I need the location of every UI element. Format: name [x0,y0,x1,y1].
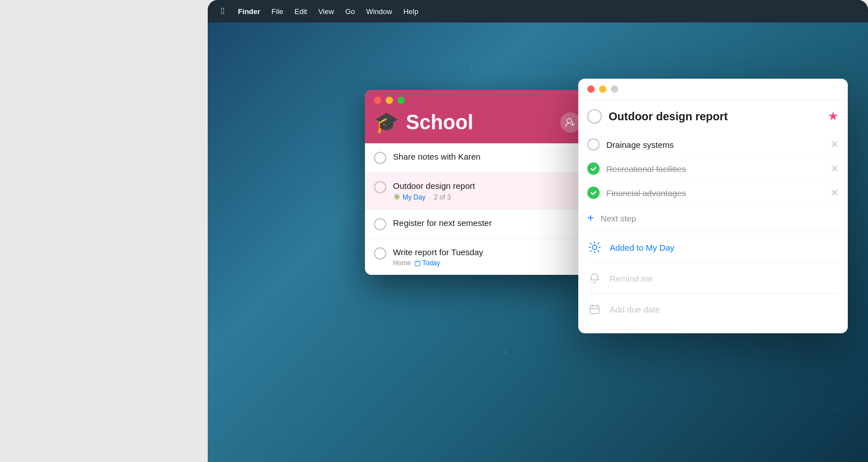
school-close-btn[interactable] [374,97,381,104]
task-content: Register for next semester [393,218,581,229]
school-maximize-btn[interactable] [398,97,405,104]
menu-edit[interactable]: Edit [290,5,312,18]
remind-action-label: Remind me [610,274,653,283]
task-item[interactable]: Register for next semester [365,210,590,239]
subtask-row[interactable]: Recreational facilities ✕ [587,157,839,181]
mac-frame:  Finder File Edit View Go Window Help 🎓 [208,0,868,462]
due-date-action-row[interactable]: Add due date [587,294,839,324]
detail-task-checkbox[interactable] [587,109,602,124]
school-emoji: 🎓 [374,111,399,134]
menu-finder[interactable]: Finder [234,5,265,18]
subtask-delete-button[interactable]: ✕ [830,138,839,151]
bell-icon [587,271,602,286]
remind-action-row[interactable]: Remind me [587,263,839,294]
task-meta: ✳️ My Day · 2 of 3 [393,193,581,201]
svg-line-13 [598,243,599,244]
task-myday-tag: ✳️ My Day [393,193,426,201]
task-name: Write report for Tuesday [393,247,581,258]
task-item-selected[interactable]: Outdoor design report ✳️ My Day · 2 of 3 [365,173,590,210]
menu-file[interactable]: File [267,5,288,18]
task-name: Outdoor design report [393,180,581,192]
subtask-delete-button[interactable]: ✕ [830,162,839,175]
svg-rect-15 [590,306,599,314]
myday-icon: ✳️ [393,193,401,201]
detail-main: Outdoor design report ★ Drainage systems… [578,100,848,333]
home-tag: Home [393,259,411,267]
today-tag: Today [414,259,440,267]
my-day-icon [587,240,602,255]
school-header: 🎓 School [374,111,581,143]
school-minimize-btn[interactable] [386,97,393,104]
menu-view[interactable]: View [314,5,339,18]
svg-line-14 [590,251,591,252]
subtask-name: Drainage systems [606,140,824,150]
task-name: Register for next semester [393,218,581,229]
task-content: Outdoor design report ✳️ My Day · 2 of 3 [393,180,581,201]
school-window: 🎓 School [365,90,590,275]
desktop: 🎓 School [208,22,868,462]
task-name: Share notes with Karen [393,151,581,162]
svg-point-6 [592,245,597,250]
menu-window[interactable]: Window [362,5,396,18]
my-day-action-row[interactable]: Added to My Day [587,232,839,263]
add-step-plus-icon: + [587,212,594,225]
apple-menu[interactable]:  [217,4,229,19]
subtask-row[interactable]: Financial advantages ✕ [587,181,839,205]
detail-task-row: Outdoor design report ★ [587,109,839,124]
detail-titlebar [578,79,848,100]
task-checkbox[interactable] [374,247,386,260]
subtask-delete-button[interactable]: ✕ [830,187,839,199]
subtask-checkbox-done[interactable] [587,162,600,175]
add-person-button[interactable] [560,112,581,133]
school-window-title: School [406,111,473,134]
detail-maximize-btn[interactable] [611,85,618,93]
detail-close-btn[interactable] [587,85,595,93]
school-task-list: Share notes with Karen Outdoor design re… [365,143,590,275]
task-checkbox[interactable] [374,218,386,230]
add-step-row[interactable]: + Next step [587,205,839,232]
menubar:  Finder File Edit View Go Window Help [208,0,868,22]
detail-task-title: Outdoor design report [609,110,821,123]
detail-panel: Outdoor design report ★ Drainage systems… [578,79,848,333]
calendar-icon [587,302,602,316]
task-count: 2 of 3 [434,193,451,201]
menu-go[interactable]: Go [341,5,359,18]
subtask-checkbox[interactable] [587,138,600,151]
due-date-action-label: Add due date [610,305,660,314]
svg-point-0 [567,119,572,123]
subtask-name-done: Financial advantages [606,188,824,198]
star-button[interactable]: ★ [828,109,839,124]
subtask-checkbox-done[interactable] [587,187,600,199]
svg-line-11 [590,243,591,244]
task-item[interactable]: Write report for Tuesday Home Today [365,239,590,275]
svg-line-12 [598,251,599,252]
svg-rect-3 [415,261,420,265]
task-content: Share notes with Karen [393,151,581,162]
school-titlebar: 🎓 School [365,90,590,143]
task-content: Write report for Tuesday Home Today [393,247,581,268]
task-item[interactable]: Share notes with Karen [365,143,590,173]
task-checkbox[interactable] [374,181,386,193]
school-title-group: 🎓 School [374,111,473,134]
menu-help[interactable]: Help [399,5,423,18]
dot-separator: · [429,193,431,201]
my-day-action-label: Added to My Day [610,243,674,252]
task-meta: Home Today [393,259,581,267]
task-checkbox[interactable] [374,152,386,164]
detail-minimize-btn[interactable] [599,85,606,93]
subtask-name-done: Recreational facilities [606,164,824,174]
subtask-row[interactable]: Drainage systems ✕ [587,133,839,157]
school-window-controls [374,97,581,104]
add-step-label: Next step [601,214,636,223]
